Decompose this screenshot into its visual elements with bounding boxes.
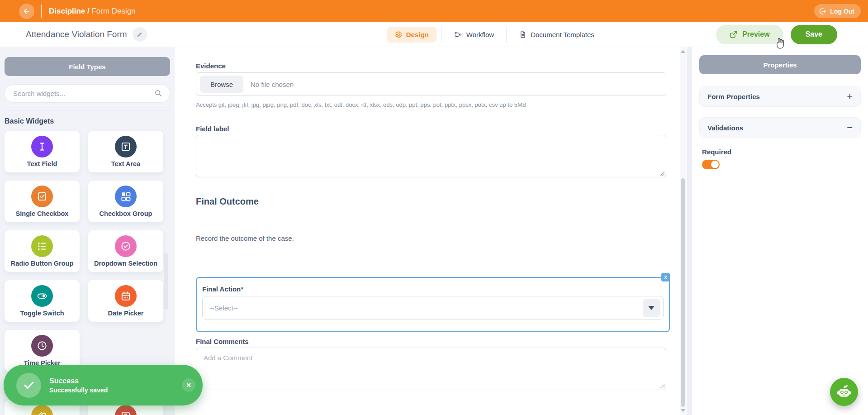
browse-button[interactable]: Browse (200, 76, 243, 93)
tab-divider (506, 27, 507, 43)
selected-widget-final-action[interactable]: X Final Action* --Select-- (196, 277, 670, 332)
evidence-field-label: Evidence (196, 62, 226, 70)
designer-tabs: Design Workflow Document Templates (387, 22, 602, 47)
minus-icon[interactable]: − (847, 123, 853, 133)
document-icon (519, 31, 526, 38)
robot-icon (835, 383, 853, 401)
radio-group-icon (31, 235, 53, 257)
validations-accordion[interactable]: Validations − (699, 117, 861, 138)
dropdown-icon (115, 235, 137, 257)
tab-document-templates-label: Document Templates (531, 31, 594, 38)
back-button[interactable] (19, 4, 34, 19)
tab-workflow[interactable]: Workflow (446, 27, 502, 43)
evidence-help-text: Accepts gif, jpeg, jfif, jpg, pjpg, png,… (196, 101, 526, 108)
widget-card-text-field[interactable]: Text Field (5, 131, 80, 172)
workflow-icon (454, 31, 462, 38)
search-icon[interactable] (154, 89, 163, 98)
basic-widgets-heading: Basic Widgets (5, 117, 175, 125)
form-canvas: Evidence Browse No file chosen Accepts g… (175, 47, 687, 415)
text-field-icon (31, 136, 53, 157)
toast-message: Successfully saved (49, 386, 108, 394)
widget-card-text-area[interactable]: Text Area (88, 131, 163, 172)
success-toast: Success Successfully saved ✕ (4, 365, 203, 405)
tab-workflow-label: Workflow (466, 31, 494, 38)
basic-widgets-grid: Text Field Text Area Single Checkbox Che… (5, 131, 175, 372)
select-dropdown-button[interactable] (643, 299, 660, 317)
toggle-icon (31, 285, 53, 307)
tab-divider (441, 27, 441, 43)
pencil-icon (136, 31, 143, 38)
remove-widget-button[interactable]: X (661, 273, 670, 281)
properties-header: Properties (699, 55, 861, 74)
field-types-sidebar: Field Types Basic Widgets Text Field Tex… (0, 47, 175, 415)
final-action-label: Final Action* (202, 285, 243, 293)
required-label: Required (702, 148, 868, 156)
widget-card-radio-button-group[interactable]: Radio Button Group (5, 230, 80, 272)
chatbot-button[interactable] (830, 378, 858, 406)
breadcrumb-module: Discipline / (49, 7, 90, 15)
field-label-label: Field label (196, 125, 229, 133)
canvas-scrollbar-thumb[interactable] (681, 178, 685, 407)
required-toggle[interactable] (702, 160, 720, 169)
single-checkbox-icon (31, 186, 53, 207)
form-properties-accordion[interactable]: Form Properties + (699, 86, 861, 107)
validations-label: Validations (707, 124, 743, 132)
final-action-placeholder: --Select-- (210, 304, 238, 312)
final-comments-label: Final Comments (196, 338, 249, 345)
form-toolbar: Attendance Violation Form Design Workflo… (0, 22, 868, 47)
check-icon (23, 379, 35, 391)
final-outcome-description: Record the outcome of the case. (196, 234, 294, 242)
chevron-down-icon (648, 306, 655, 310)
properties-panel: Properties Form Properties + Validations… (692, 47, 868, 415)
widget-card-toggle-switch[interactable]: Toggle Switch (5, 280, 80, 322)
evidence-file-input[interactable]: Browse No file chosen (196, 72, 666, 96)
widget-card-single-checkbox[interactable]: Single Checkbox (5, 181, 80, 222)
scroll-up-arrow[interactable] (681, 50, 685, 53)
plus-icon[interactable]: + (847, 91, 853, 101)
logout-label: Log Out (830, 8, 854, 15)
final-comments-placeholder: Add a Comment (204, 354, 252, 362)
edit-form-name-button[interactable] (133, 27, 147, 42)
widget-search (5, 84, 170, 103)
toolbar-actions: Preview Save (716, 25, 837, 44)
form-properties-label: Form Properties (707, 93, 760, 100)
tab-design[interactable]: Design (387, 27, 436, 43)
date-icon (115, 285, 137, 307)
toast-texts: Success Successfully saved (49, 377, 108, 394)
paperclip-icon (31, 405, 53, 415)
search-widgets-input[interactable] (5, 84, 170, 103)
external-link-icon (730, 30, 738, 38)
scroll-down-arrow[interactable] (681, 409, 685, 412)
widget-card-dropdown-selection[interactable]: Dropdown Selection (88, 230, 163, 272)
header-divider (41, 5, 42, 18)
toast-check-circle (16, 373, 41, 398)
widget-card-date-picker[interactable]: Date Picker (88, 280, 163, 322)
preview-label: Preview (742, 30, 769, 38)
section-divider (196, 212, 666, 212)
logout-icon (819, 7, 827, 15)
preview-button[interactable]: Preview (716, 25, 783, 44)
canvas-scrollbar[interactable] (680, 47, 686, 415)
field-label-textarea[interactable] (196, 135, 666, 177)
form-designer-page: Discipline / Form Design Log Out Attenda… (0, 0, 868, 415)
toast-title: Success (49, 377, 108, 385)
tab-document-templates[interactable]: Document Templates (511, 27, 602, 43)
sidebar-scrollbar-thumb[interactable] (164, 253, 168, 310)
widget-card-checkbox-group[interactable]: Checkbox Group (88, 181, 163, 222)
back-arrow-icon (23, 7, 31, 15)
final-action-select[interactable]: --Select-- (202, 296, 664, 320)
text-area-icon (115, 136, 137, 157)
toast-close-button[interactable]: ✕ (182, 378, 195, 392)
logout-button[interactable]: Log Out (814, 4, 861, 18)
time-icon (31, 335, 53, 357)
final-comments-textarea[interactable]: Add a Comment (196, 348, 666, 390)
final-outcome-heading: Final Outcome (196, 196, 259, 207)
form-title: Attendance Violation Form (26, 29, 127, 39)
save-button[interactable]: Save (791, 25, 837, 44)
sidebar-divider (5, 110, 170, 110)
tab-design-label: Design (406, 31, 429, 38)
file-chosen-status: No file chosen (251, 81, 294, 88)
person-scan-icon (115, 405, 137, 415)
field-types-header: Field Types (5, 57, 170, 76)
checkbox-group-icon (115, 186, 137, 207)
